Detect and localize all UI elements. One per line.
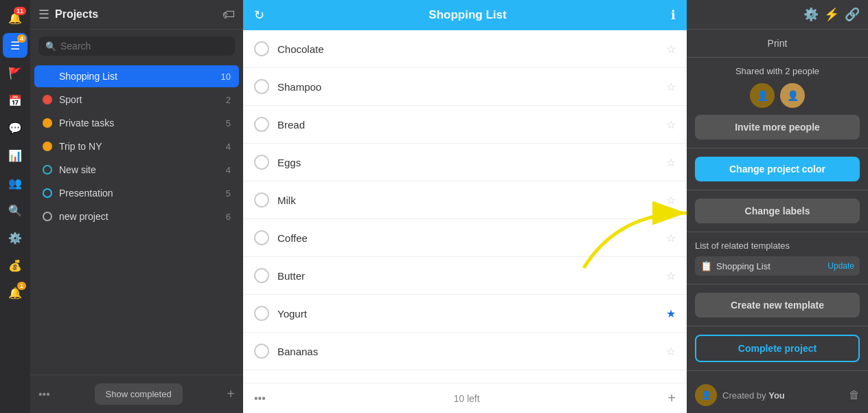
sidebar-item-label: new project: [59, 211, 219, 222]
refresh-icon[interactable]: ↻: [254, 8, 264, 23]
template-item: 📋 Shopping List Update: [695, 256, 860, 276]
task-star-icon[interactable]: ★: [666, 307, 676, 320]
creator-avatar: 👤: [695, 384, 717, 406]
task-checkbox[interactable]: [254, 155, 269, 170]
show-completed-button[interactable]: Show completed: [95, 383, 183, 405]
avatar-2: 👤: [780, 83, 805, 108]
shared-section: Shared with 2 people 👤 👤 Invite more peo…: [687, 58, 868, 148]
sidebar-item-label: Presentation: [59, 188, 219, 199]
chat-icon[interactable]: 💬: [3, 115, 27, 140]
task-row: Coffee ☆: [243, 219, 687, 257]
main-header: ↻ Shopping List ℹ: [243, 0, 687, 30]
task-star-icon[interactable]: ☆: [666, 80, 676, 93]
sidebar-item-shopping-list[interactable]: Shopping List 10: [34, 65, 239, 87]
delete-project-icon[interactable]: 🗑: [849, 389, 860, 401]
task-star-icon[interactable]: ☆: [666, 43, 676, 56]
complete-project-button[interactable]: Complete project: [695, 335, 860, 362]
sidebar-menu-icon: ☰: [38, 7, 49, 22]
link-icon[interactable]: 🔗: [845, 7, 860, 22]
task-row: Butter ☆: [243, 257, 687, 295]
more-dots-icon[interactable]: •••: [254, 392, 266, 405]
sidebar-item-private-tasks[interactable]: Private tasks 5: [34, 112, 239, 134]
change-project-color-button[interactable]: Change project color: [695, 157, 860, 181]
task-star-icon[interactable]: ☆: [666, 194, 676, 207]
add-task-icon[interactable]: +: [667, 390, 676, 406]
lightning-icon[interactable]: ⚡: [824, 7, 839, 22]
projects-icon[interactable]: ☰ 4: [3, 33, 27, 58]
sidebar-item-trip-to-ny[interactable]: Trip to NY 4: [34, 135, 239, 157]
task-checkbox[interactable]: [254, 41, 269, 56]
task-name: Bread: [277, 119, 658, 131]
task-checkbox[interactable]: [254, 230, 269, 245]
search-icon: 🔍: [45, 41, 56, 52]
project-color-dot: [43, 188, 52, 198]
projects-badge: 4: [17, 34, 26, 43]
more-options-icon[interactable]: •••: [38, 388, 50, 401]
task-name: Yogurt: [277, 308, 658, 320]
task-star-icon[interactable]: ☆: [666, 156, 676, 169]
sidebar-item-label: Shopping List: [59, 71, 214, 82]
task-checkbox[interactable]: [254, 268, 269, 283]
print-label[interactable]: Print: [695, 38, 860, 49]
team-icon[interactable]: 👥: [3, 170, 27, 195]
right-panel-toolbar: ⚙️ ⚡ 🔗: [687, 0, 868, 30]
task-star-icon[interactable]: ☆: [666, 269, 676, 282]
task-row: Eggs ☆: [243, 144, 687, 181]
create-template-section: Create new template: [687, 284, 868, 326]
gear-icon[interactable]: ⚙️: [803, 7, 819, 22]
settings-icon[interactable]: ⚙️: [3, 225, 27, 250]
money-icon[interactable]: 💰: [3, 253, 27, 278]
task-list: Chocolate ☆ Shampoo ☆ Bread ☆ Eggs ☆ Mil…: [243, 30, 687, 383]
flag-icon[interactable]: 🚩: [3, 60, 27, 85]
complete-project-section: Complete project: [687, 326, 868, 371]
task-checkbox[interactable]: [254, 344, 269, 359]
search-icon[interactable]: 🔍: [3, 198, 27, 223]
sidebar-item-new-project[interactable]: new project 6: [34, 205, 239, 227]
project-color-dot: [43, 142, 52, 151]
task-star-icon[interactable]: ☆: [666, 345, 676, 358]
info-icon[interactable]: ℹ: [671, 8, 676, 23]
sidebar-header: ☰ Projects 🏷: [30, 0, 243, 30]
change-color-section: Change project color: [687, 148, 868, 190]
sidebar-item-count: 5: [226, 118, 231, 129]
task-count: 10 left: [266, 393, 668, 404]
shared-label: Shared with 2 people: [695, 66, 860, 76]
template-icon: 📋: [700, 260, 712, 271]
change-labels-button[interactable]: Change labels: [695, 199, 860, 223]
sidebar-item-label: New site: [59, 164, 219, 175]
sidebar-search-bar[interactable]: 🔍: [38, 36, 235, 56]
task-star-icon[interactable]: ☆: [666, 118, 676, 131]
task-row: Chocolate ☆: [243, 30, 687, 68]
sidebar-item-count: 2: [226, 95, 231, 105]
task-row: Shampoo ☆: [243, 68, 687, 106]
alert-badge: 1: [17, 282, 26, 290]
project-color-dot: [43, 212, 52, 221]
task-name: Milk: [277, 194, 658, 206]
sidebar-item-sport[interactable]: Sport 2: [34, 89, 239, 111]
invite-more-button[interactable]: Invite more people: [695, 115, 860, 139]
alert-icon[interactable]: 🔔 1: [3, 280, 27, 305]
task-name: Chocolate: [277, 43, 658, 55]
task-checkbox[interactable]: [254, 306, 269, 321]
add-project-icon[interactable]: +: [227, 386, 235, 402]
task-checkbox[interactable]: [254, 79, 269, 94]
sidebar-item-label: Trip to NY: [59, 141, 219, 152]
search-input[interactable]: [60, 41, 228, 52]
task-checkbox[interactable]: [254, 192, 269, 208]
chart-icon[interactable]: 📊: [3, 143, 27, 168]
create-template-button[interactable]: Create new template: [695, 293, 860, 317]
sidebar-item-presentation[interactable]: Presentation 5: [34, 182, 239, 204]
project-color-dot: [43, 165, 52, 175]
template-update-button[interactable]: Update: [827, 261, 854, 271]
notification-icon[interactable]: 🔔 11: [3, 5, 27, 30]
calendar-icon[interactable]: 📅: [3, 88, 27, 113]
sidebar-item-count: 10: [221, 71, 231, 82]
templates-label: List of related templates: [695, 241, 860, 251]
sidebar-tag-icon[interactable]: 🏷: [222, 8, 235, 22]
created-by-section: 👤 Created by You 🗑: [687, 377, 868, 413]
main-footer: ••• 10 left +: [243, 383, 687, 413]
sidebar-item-label: Private tasks: [59, 118, 219, 129]
task-star-icon[interactable]: ☆: [666, 232, 676, 245]
task-checkbox[interactable]: [254, 117, 269, 132]
sidebar-item-new-site[interactable]: New site 4: [34, 159, 239, 181]
